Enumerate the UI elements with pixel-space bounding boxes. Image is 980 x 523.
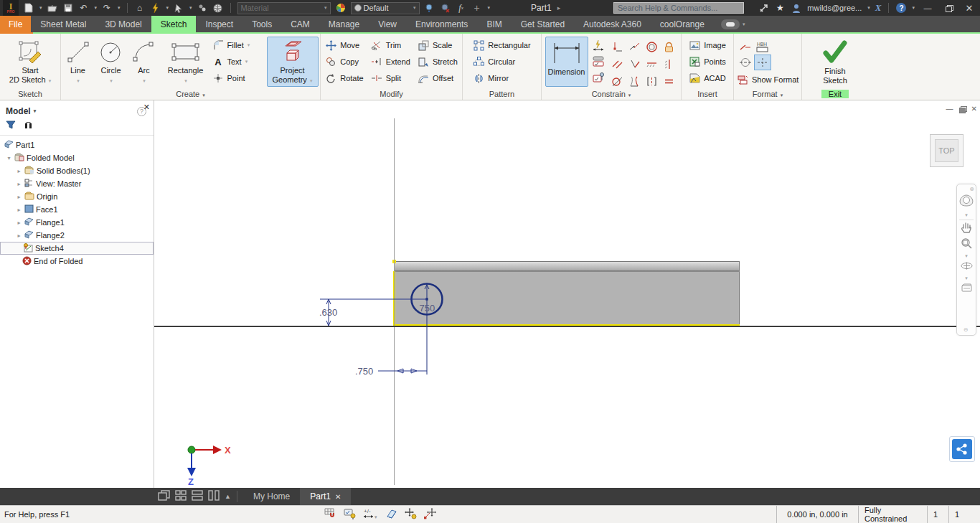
tab-my-home[interactable]: My Home	[243, 488, 300, 505]
projected-edge-vertical[interactable]	[394, 118, 395, 485]
show-constraints-button[interactable]	[593, 55, 605, 67]
clear-override-icon[interactable]	[440, 2, 451, 14]
start-2d-sketch-button[interactable]: Start2D Sketch ▾	[6, 37, 54, 87]
tab-environments[interactable]: Environments	[406, 16, 477, 32]
trim-button[interactable]: Trim	[371, 39, 410, 52]
select-icon[interactable]	[173, 2, 184, 14]
expand-icon[interactable]: ▸	[16, 232, 22, 239]
tile-windows-icon[interactable]	[175, 490, 187, 503]
tree-item-view-master[interactable]: ▸ View: Master	[0, 177, 154, 190]
tree-item-origin[interactable]: ▸ Origin	[0, 190, 154, 203]
doc-close-icon[interactable]: ✕	[971, 105, 977, 113]
pan-icon[interactable]	[961, 222, 972, 236]
viewcube[interactable]: TOP	[930, 134, 963, 167]
expand-icon[interactable]: ▸	[16, 194, 22, 200]
rectangle-button[interactable]: Rectangle▾	[162, 37, 209, 87]
expand-icon[interactable]: ▸	[16, 207, 22, 213]
panel-label-sketch[interactable]: Sketch	[0, 90, 60, 98]
color-wheel-icon[interactable]	[335, 2, 347, 14]
tree-item-end-of-folded[interactable]: End of Folded	[0, 255, 154, 268]
snap-to-grid-icon[interactable]	[324, 508, 337, 522]
tab-tools[interactable]: Tools	[242, 16, 281, 32]
exchange-apps-icon[interactable]: X	[875, 2, 882, 14]
tree-item-flange1[interactable]: ▸ Flange1	[0, 216, 154, 229]
part-face[interactable]	[394, 271, 740, 326]
move-node-icon[interactable]	[423, 508, 436, 521]
arc-button[interactable]: Arc▾	[129, 37, 159, 87]
share-button[interactable]	[949, 436, 975, 462]
tab-cam[interactable]: CAM	[281, 16, 319, 32]
driven-dimension-icon[interactable]: H8H	[754, 39, 771, 55]
browser-search-icon[interactable]	[23, 121, 34, 131]
undo-icon[interactable]: ↶	[78, 2, 90, 14]
cascade-windows-icon[interactable]	[158, 490, 170, 503]
tangent-constraint-icon[interactable]	[609, 72, 626, 90]
split-button[interactable]: Split	[371, 72, 410, 85]
tab-file[interactable]: File	[0, 16, 31, 32]
construction-format-icon[interactable]	[737, 39, 754, 55]
help-dropdown-icon[interactable]: ▾	[912, 5, 915, 11]
collapse-tabs-icon[interactable]: ▲	[225, 493, 231, 500]
concentric-constraint-icon[interactable]	[644, 38, 661, 55]
new-dropdown-icon[interactable]: ▾	[39, 5, 42, 11]
stretch-button[interactable]: Stretch	[418, 55, 458, 68]
orbit-dropdown-icon[interactable]: ▾	[965, 275, 968, 281]
coincident-constraint-icon[interactable]	[609, 38, 626, 55]
close-button[interactable]: ✕	[961, 1, 977, 14]
insert-acad-button[interactable]: ACAD	[689, 72, 726, 85]
scale-button[interactable]: Scale	[418, 39, 458, 52]
dimension-display-icon[interactable]: +/-▾	[363, 508, 379, 521]
search-input[interactable]: Search Help & Commands...	[613, 2, 744, 14]
viewcube-top-face[interactable]: TOP	[935, 139, 958, 162]
tree-item-part1[interactable]: Part1	[0, 138, 154, 151]
part-flange-edge[interactable]	[394, 261, 740, 271]
wheel-dropdown-icon[interactable]: ▾	[965, 212, 968, 218]
tree-item-face1[interactable]: ▸ Face1	[0, 203, 154, 216]
line-button[interactable]: Line▾	[63, 37, 93, 87]
select-dropdown-icon[interactable]: ▾	[189, 5, 192, 11]
rectangular-pattern-button[interactable]: Rectangular	[473, 39, 530, 52]
text-button[interactable]: AText▾	[212, 55, 264, 68]
tree-item-flange2[interactable]: ▸ Flange2	[0, 229, 154, 242]
look-at-icon[interactable]	[961, 283, 973, 296]
collapse-icon[interactable]: ▾	[6, 155, 12, 161]
expand-icon[interactable]: ▸	[16, 220, 22, 226]
centerline-format-icon[interactable]	[737, 55, 754, 70]
title-expand-icon[interactable]: ▸	[557, 4, 561, 11]
panel-label-exit[interactable]: Exit	[802, 90, 868, 98]
ribbon-extra-dropdown-icon[interactable]: ▾	[743, 22, 745, 27]
tile-horizontal-icon[interactable]	[192, 490, 203, 503]
copy-button[interactable]: Copy	[325, 55, 363, 68]
globe-icon[interactable]	[212, 2, 224, 14]
help-icon[interactable]: ?	[896, 3, 906, 13]
point-button[interactable]: Point	[212, 72, 264, 85]
inventor-logo-icon[interactable]: I PRO	[3, 0, 19, 16]
project-geometry-button[interactable]: ProjectGeometry ▾	[267, 37, 319, 87]
zoom-icon[interactable]	[961, 237, 972, 252]
tab-3d-model[interactable]: 3D Model	[95, 16, 151, 32]
browser-title-dropdown-icon[interactable]: ▾	[34, 108, 37, 114]
expand-icon[interactable]: ▸	[16, 168, 22, 174]
signed-in-user[interactable]: mwilds@gree...	[807, 4, 862, 12]
panel-label-modify[interactable]: Modify	[321, 90, 462, 98]
flash-dropdown-icon[interactable]: ▾	[166, 5, 169, 11]
navigation-wheel-icon[interactable]	[958, 194, 974, 211]
qat-dropdown-icon[interactable]: ▾	[488, 5, 491, 11]
tab-get-started[interactable]: Get Started	[512, 16, 574, 32]
dim-horizontal-text[interactable]: .750	[355, 366, 373, 377]
fix-lock-constraint-icon[interactable]	[661, 38, 678, 55]
redo-icon[interactable]: ↷	[101, 2, 113, 14]
navbar-minimize-icon[interactable]: ⊖	[963, 326, 969, 333]
collinear-constraint-icon[interactable]	[626, 38, 644, 55]
panel-label-constrain[interactable]: Constrain ▾	[542, 90, 681, 98]
move-highlight-icon[interactable]	[405, 508, 417, 521]
tab-inspect[interactable]: Inspect	[196, 16, 242, 32]
move-button[interactable]: Move	[325, 39, 363, 52]
tab-part1[interactable]: Part1 ✕	[300, 488, 351, 505]
browser-title[interactable]: Model	[6, 106, 31, 116]
show-format-button[interactable]: Show Format	[737, 73, 798, 86]
tab-manage[interactable]: Manage	[319, 16, 369, 32]
tab-bim[interactable]: BIM	[477, 16, 511, 32]
adjust-appearance-icon[interactable]	[424, 2, 435, 14]
panel-label-pattern[interactable]: Pattern	[463, 90, 541, 98]
